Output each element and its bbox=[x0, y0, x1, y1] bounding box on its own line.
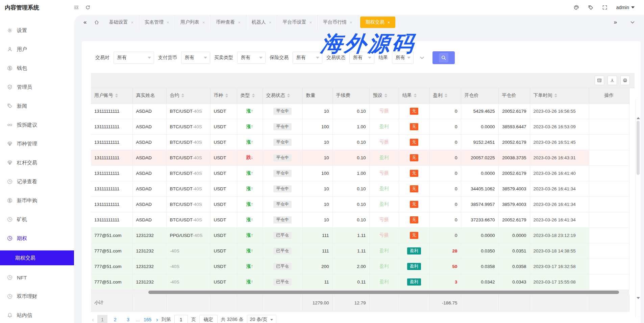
sidebar-item-record-view[interactable]: 记录查看 bbox=[0, 175, 74, 188]
sidebar-item-new-coin-subscribe[interactable]: 新币申购 bbox=[0, 194, 74, 207]
close-tab-icon[interactable]: × bbox=[202, 20, 205, 25]
column-header-fee[interactable]: 手续费 bbox=[332, 88, 369, 103]
tab-basic-settings[interactable]: 基础设置× bbox=[103, 15, 139, 30]
sort-icon[interactable] bbox=[225, 93, 228, 98]
tab-platform-coin-market[interactable]: 平台币行情× bbox=[318, 15, 358, 30]
page-number-2[interactable]: 2 bbox=[110, 315, 120, 323]
table-row[interactable]: 13111111111ASDADBTC/USDT-40SUSDT涨↑平仓中100… bbox=[91, 134, 629, 150]
sidebar-subitem-options-trading[interactable]: 期权交易 bbox=[0, 250, 74, 265]
sidebar-item-options[interactable]: 期权 bbox=[0, 232, 74, 245]
column-header-result[interactable]: 结果 bbox=[399, 88, 429, 103]
fullscreen-icon[interactable] bbox=[602, 5, 608, 10]
table-row[interactable]: 13111111111ASDADBTC/USDT-40SUSDT涨↑平仓中100… bbox=[91, 196, 629, 212]
close-tab-icon[interactable]: × bbox=[167, 20, 169, 25]
table-row[interactable]: 777@51.com1231232-40SUSDT涨↑已平仓1111.11盈利盈… bbox=[91, 243, 629, 259]
scroll-up-icon[interactable] bbox=[637, 115, 640, 119]
filter-select-pay-currency[interactable]: 所有 bbox=[181, 52, 210, 64]
close-tab-icon[interactable]: × bbox=[309, 20, 312, 25]
collapse-sidebar-icon[interactable] bbox=[74, 5, 79, 10]
sidebar-item-mining[interactable]: 矿机 bbox=[0, 213, 74, 226]
sidebar-item-site-messages[interactable]: 站内信 bbox=[0, 308, 74, 322]
refresh-icon[interactable] bbox=[85, 5, 91, 10]
confirm-button[interactable]: 确定 bbox=[199, 315, 218, 323]
horizontal-scrollbar[interactable] bbox=[91, 290, 629, 295]
table-row[interactable]: 13111111111ASDADBTC/USDT-40SUSDT跌↓平仓中100… bbox=[91, 150, 629, 165]
table-row[interactable]: 13111111111ASDADBTC/USDT-40SUSDT涨↑平仓中100… bbox=[91, 119, 629, 134]
sidebar-item-users[interactable]: 用户 bbox=[0, 43, 74, 56]
filter-select-result[interactable]: 所有 bbox=[392, 52, 414, 64]
sidebar-item-settings[interactable]: 设置 bbox=[0, 24, 74, 37]
sidebar-item-admins[interactable]: 管理员 bbox=[0, 80, 74, 94]
filter-select-trade-status[interactable]: 所有 bbox=[349, 52, 374, 64]
tabs-scroll-left-icon[interactable]: « bbox=[83, 19, 86, 26]
column-header-order_time[interactable]: 下单时间 bbox=[530, 88, 589, 103]
theme-palette-icon[interactable] bbox=[574, 5, 579, 10]
table-row[interactable]: 777@51.com1231232PPG/USDT-40SUSDT涨↑已平仓11… bbox=[91, 227, 629, 243]
vertical-scrollbar[interactable] bbox=[635, 99, 641, 317]
tab-platform-coin-settings[interactable]: 平台币设置× bbox=[277, 15, 318, 30]
sort-icon[interactable] bbox=[414, 93, 417, 98]
column-header-coin[interactable]: 币种 bbox=[210, 88, 237, 103]
next-page-icon[interactable]: › bbox=[156, 316, 158, 323]
column-header-type[interactable]: 类型 bbox=[237, 88, 263, 103]
column-header-preset[interactable]: 预设 bbox=[369, 88, 399, 103]
close-tab-icon[interactable]: × bbox=[131, 20, 133, 25]
close-tab-icon[interactable]: × bbox=[388, 20, 390, 25]
tabs-scroll-right-icon[interactable]: » bbox=[614, 19, 617, 26]
goto-page-input[interactable] bbox=[174, 315, 188, 323]
column-header-profit[interactable]: 盈利 bbox=[429, 88, 461, 103]
horizontal-scrollbar-thumb[interactable] bbox=[148, 291, 619, 294]
sidebar-item-nft[interactable]: NFT bbox=[0, 271, 74, 284]
sort-icon[interactable] bbox=[445, 93, 447, 98]
page-number-3[interactable]: 3 bbox=[123, 315, 133, 323]
sidebar-item-coin-management[interactable]: 币种管理 bbox=[0, 137, 74, 151]
table-row[interactable]: 13111111111ASDADBTC/USDT-40SUSDT涨↑平仓中100… bbox=[91, 165, 629, 181]
home-tab-icon[interactable] bbox=[94, 20, 99, 25]
scroll-down-icon[interactable] bbox=[637, 297, 640, 301]
filters-collapse-icon[interactable] bbox=[419, 55, 425, 61]
sort-icon[interactable] bbox=[287, 93, 290, 98]
table-row[interactable]: 13111111111ASDADBTC/USDT-40SUSDT涨↑平仓中100… bbox=[91, 181, 629, 196]
sidebar-item-leverage-trading[interactable]: 杠杆交易 bbox=[0, 156, 74, 169]
export-icon[interactable] bbox=[608, 76, 617, 85]
sort-icon[interactable] bbox=[252, 93, 255, 98]
tabs-menu-icon[interactable] bbox=[630, 20, 635, 25]
sidebar-item-wallet[interactable]: 钱包 bbox=[0, 61, 74, 75]
sidebar-item-news[interactable]: 新闻 bbox=[0, 99, 74, 113]
sort-icon[interactable] bbox=[554, 93, 557, 98]
filter-select-trading-pair[interactable]: 所有 bbox=[114, 52, 154, 64]
print-icon[interactable] bbox=[620, 76, 630, 85]
sort-icon[interactable] bbox=[115, 93, 118, 98]
close-tab-icon[interactable]: × bbox=[350, 20, 352, 25]
page-size-select[interactable]: 20 条/页 bbox=[247, 315, 276, 323]
table-row[interactable]: 777@51.com1231232-40SUSDT涨↑已平仓110.11盈利盈利… bbox=[91, 274, 629, 290]
vertical-scrollbar-thumb[interactable] bbox=[637, 121, 640, 175]
search-button[interactable] bbox=[432, 51, 455, 64]
column-header-realname[interactable]: 真实姓名 bbox=[132, 88, 166, 103]
table-row[interactable]: 13111111111ASDADBTC/USDT-40SUSDT涨↑平仓中100… bbox=[91, 212, 629, 227]
filter-select-buy-sell-type[interactable]: 所有 bbox=[237, 52, 266, 64]
close-tab-icon[interactable]: × bbox=[269, 20, 272, 25]
tab-coin-view[interactable]: 币种查看× bbox=[210, 15, 246, 30]
table-row[interactable]: 13111111111ASDADBTC/USDT-40SUSDT涨↑平仓中100… bbox=[91, 103, 629, 119]
column-header-close_price[interactable]: 平仓价 bbox=[498, 88, 530, 103]
page-number-165[interactable]: 165 bbox=[143, 315, 153, 323]
column-header-status[interactable]: 交易状态 bbox=[263, 88, 302, 103]
column-header-contract[interactable]: 合约 bbox=[166, 88, 210, 103]
tab-options-trading[interactable]: 期权交易× bbox=[360, 17, 396, 28]
table-row[interactable]: 777@51.com1231232-40SUSDT涨↑已平仓2002.00盈利盈… bbox=[91, 259, 629, 274]
tab-user-list[interactable]: 用户列表× bbox=[175, 15, 211, 30]
columns-filter-icon[interactable] bbox=[595, 76, 604, 85]
sort-icon[interactable] bbox=[181, 93, 184, 98]
column-header-account[interactable]: 用户账号 bbox=[91, 88, 132, 103]
column-header-amount[interactable]: 数量 bbox=[302, 88, 332, 103]
close-tab-icon[interactable]: × bbox=[238, 20, 241, 25]
tab-realname-management[interactable]: 实名管理× bbox=[139, 15, 175, 30]
tag-icon[interactable] bbox=[588, 5, 593, 10]
sort-icon[interactable] bbox=[385, 93, 387, 98]
column-header-actions[interactable]: 操作 bbox=[589, 88, 629, 103]
sidebar-item-dual-currency[interactable]: 双币理财 bbox=[0, 290, 74, 303]
user-menu[interactable]: admin bbox=[616, 5, 635, 10]
column-header-open_price[interactable]: 开仓价 bbox=[461, 88, 498, 103]
filter-select-insurance-trade[interactable]: 所有 bbox=[293, 52, 322, 64]
